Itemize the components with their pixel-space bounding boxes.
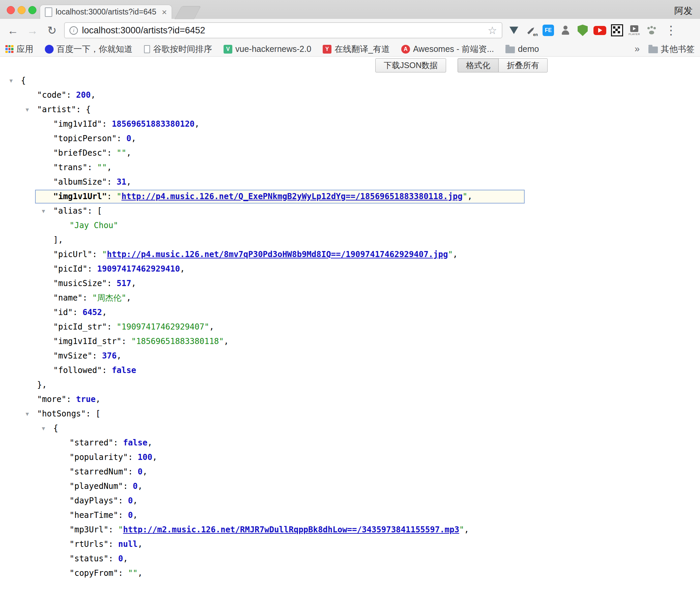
json-line: ▼{	[0, 421, 700, 436]
bookmark-label: 谷歌按时间排序	[153, 43, 212, 55]
new-tab-button[interactable]	[175, 6, 201, 19]
json-token: "dayPlays"	[69, 496, 118, 505]
bookmark-item[interactable]: AAwesomes - 前端资...	[401, 43, 494, 55]
collapse-toggle-icon[interactable]: ▼	[26, 102, 29, 117]
json-token: :	[86, 409, 96, 418]
json-line: "more": true,	[0, 392, 700, 407]
bookmark-item[interactable]: demo	[505, 44, 539, 54]
json-token: ,	[126, 293, 131, 303]
json-token: "	[459, 525, 464, 534]
collapse-toggle-icon[interactable]: ▼	[9, 73, 13, 88]
json-token: :	[109, 539, 118, 549]
other-bookmarks-folder[interactable]: 其他书签	[648, 43, 695, 55]
tab-strip: localhost:3000/artists?id=645 × 阿发	[0, 0, 700, 19]
json-line: "img1v1Url": "http://p4.music.126.net/Q_…	[0, 189, 700, 204]
window-minimize-button[interactable]	[18, 6, 26, 14]
back-button[interactable]: ←	[5, 25, 20, 36]
fe-extension-icon[interactable]: FE	[542, 24, 555, 37]
player-icon: PLAYER	[629, 25, 640, 36]
json-token: "img1v1Id"	[53, 119, 102, 129]
json-token: "	[463, 192, 467, 201]
json-line: "followed": false	[0, 363, 700, 378]
json-token: :	[107, 279, 117, 288]
bookmark-item[interactable]: 谷歌按时间排序	[144, 43, 212, 55]
json-url-link[interactable]: http://p4.music.126.net/8mv7qP30Pd3oHW8b…	[107, 250, 448, 259]
json-token: "hotSongs"	[37, 409, 86, 418]
bookmark-star-icon[interactable]: ☆	[488, 25, 497, 36]
bookmark-label: Awesomes - 前端资...	[413, 43, 494, 55]
json-token: :	[102, 366, 112, 375]
json-token: "starred"	[69, 438, 113, 447]
json-token: :	[83, 293, 92, 303]
json-token: ,	[95, 395, 100, 404]
bookmark-item[interactable]: 百度一下，你就知道	[45, 43, 133, 55]
bookmark-item[interactable]: Y在线翻译_有道	[323, 43, 390, 55]
favicon-icon: A	[401, 45, 410, 54]
json-token: "	[118, 525, 123, 534]
json-token: :	[118, 496, 128, 505]
bookmarks-bar: 应用百度一下，你就知道谷歌按时间排序Vvue-hackernews-2.0Y在线…	[0, 42, 700, 57]
json-token: ,	[102, 308, 107, 317]
json-token: "img1v1Id_str"	[53, 337, 121, 346]
json-token: ,	[180, 264, 185, 274]
window-zoom-button[interactable]	[28, 6, 36, 14]
page-favicon-icon	[45, 7, 52, 17]
json-line: "playedNum": 0,	[0, 479, 700, 494]
json-token: :	[66, 90, 76, 100]
bookmark-label: demo	[518, 44, 539, 54]
json-token: 517	[117, 279, 131, 288]
forward-button[interactable]: →	[25, 25, 40, 36]
json-line: "briefDesc": "",	[0, 146, 700, 160]
json-token: "19097417462929407"	[117, 322, 209, 332]
json-token: "hearTime"	[69, 510, 118, 520]
url-host: localhost:3000	[82, 25, 141, 35]
window-close-button[interactable]	[7, 6, 15, 14]
reload-button[interactable]: ↻	[45, 25, 59, 36]
profile-name[interactable]: 阿发	[674, 5, 693, 17]
json-token: ,	[147, 438, 152, 447]
address-bar[interactable]: i localhost:3000/artists?id=6452 ☆	[64, 22, 502, 38]
json-token: null	[118, 539, 138, 549]
bookmark-label: 百度一下，你就知道	[57, 43, 133, 55]
browser-tab[interactable]: localhost:3000/artists?id=645 ×	[40, 5, 172, 19]
youtube-extension-icon[interactable]	[593, 24, 607, 37]
json-token: :	[87, 264, 97, 274]
collapse-toggle-icon[interactable]: ▼	[42, 204, 45, 218]
collapse-toggle-icon[interactable]: ▼	[26, 407, 29, 421]
json-token: "18569651883380118"	[131, 337, 224, 346]
json-token: false	[112, 366, 136, 375]
json-token: 18569651883380120	[112, 119, 195, 129]
qrcode-extension-icon[interactable]	[610, 24, 624, 37]
bookmark-item[interactable]: 应用	[5, 43, 33, 55]
json-line: "rtUrls": null,	[0, 537, 700, 552]
json-token: "rtUrls"	[69, 539, 109, 549]
bookmarks-overflow-chevron[interactable]: »	[635, 44, 640, 54]
json-url-link[interactable]: http://p4.music.126.net/Q_ExePNkmgB2yWyL…	[121, 192, 462, 201]
json-token: 6452	[83, 308, 102, 317]
person-extension-icon[interactable]	[559, 24, 572, 37]
shield-extension-icon[interactable]	[576, 24, 589, 37]
triangle-icon	[509, 27, 518, 34]
json-line: "picId": 19097417462929410,	[0, 262, 700, 276]
paw-extension-icon[interactable]	[645, 24, 658, 37]
json-token: 200	[76, 90, 91, 100]
other-bookmarks-label: 其他书签	[661, 43, 695, 55]
player-extension-icon[interactable]: PLAYER	[628, 24, 641, 37]
json-token: :	[107, 322, 117, 332]
tab-close-button[interactable]: ×	[162, 8, 167, 17]
chrome-menu-button[interactable]: ⋮	[665, 24, 677, 36]
collapse-toggle-icon[interactable]: ▼	[42, 421, 45, 436]
json-token: 0	[126, 134, 131, 143]
bookmark-item[interactable]: Vvue-hackernews-2.0	[224, 44, 311, 54]
json-url-link[interactable]: http://m2.music.126.net/RMJR7wDullRqppBk…	[123, 525, 459, 534]
json-token: :	[102, 119, 112, 129]
page-info-icon[interactable]: i	[69, 26, 78, 35]
json-line: "albumSize": 31,	[0, 175, 700, 189]
json-token: ,	[131, 134, 136, 143]
translate-pen-icon[interactable]: en	[524, 24, 538, 37]
json-line: "mvSize": 376,	[0, 349, 700, 363]
url-text[interactable]: localhost:3000/artists?id=6452	[82, 25, 484, 36]
json-token: "mp3Url"	[69, 525, 109, 534]
json-token: :	[121, 337, 131, 346]
v-extension-icon[interactable]	[507, 24, 521, 37]
